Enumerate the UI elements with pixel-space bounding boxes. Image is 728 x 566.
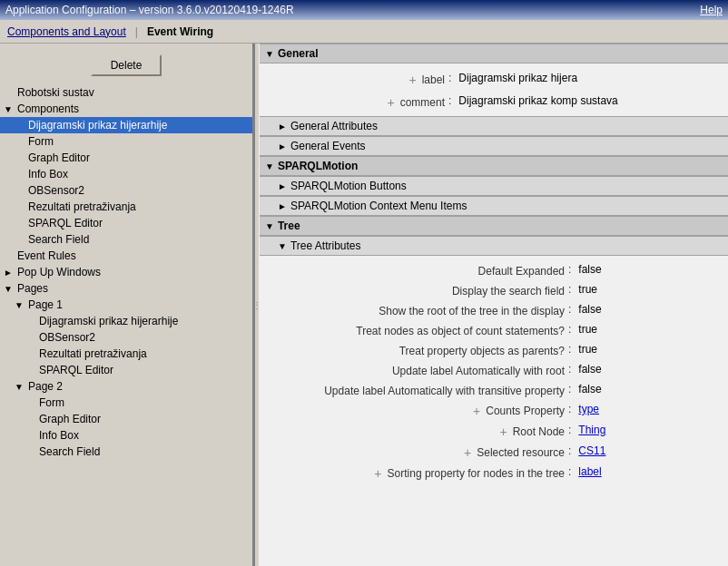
prop-value-8[interactable]: Thing [578, 422, 605, 436]
toggle-popup-windows: ► [4, 268, 15, 278]
tree-item-search-field[interactable]: Search Field [0, 231, 252, 248]
prop-plus-9: + [464, 444, 473, 460]
prop-value-9[interactable]: CS11 [578, 443, 605, 457]
tree-item-form[interactable]: Form [0, 133, 252, 150]
comment-key: comment [400, 96, 445, 109]
help-link[interactable]: Help [700, 4, 723, 16]
section-sparqlmotion[interactable]: ▼ SPARQLMotion [260, 156, 728, 176]
prop-colon-2: : [568, 301, 578, 316]
label-key: label [422, 73, 445, 86]
label-colon: : [448, 70, 458, 87]
tree-item-dijagramski[interactable]: Dijagramski prikaz hijerarhije [0, 117, 252, 133]
arrow-general-attrs: ► [278, 122, 287, 132]
toggle-page2: ▼ [15, 382, 25, 392]
section-sparqlmotion-buttons[interactable]: ► SPARQLMotion Buttons [260, 176, 728, 196]
label-obsensor2-2: OBSensor2 [39, 331, 95, 344]
section-general[interactable]: ▼ General [260, 44, 728, 63]
arrow-tree-attributes: ▼ [278, 241, 287, 251]
prop-colon-7: : [568, 401, 578, 415]
label-value: Dijagramski prikaz hijera [458, 70, 577, 87]
label-rezultati2: Rezultati pretraživanja [39, 347, 147, 360]
tree-item-page1[interactable]: ▼Page 1 [0, 297, 252, 313]
section-general-attributes[interactable]: ► General Attributes [260, 116, 728, 136]
arrow-sparqlmotion: ▼ [265, 161, 274, 171]
tree-item-sparql-editor2[interactable]: SPARQL Editor [0, 362, 252, 378]
prop-value-5: false [578, 361, 601, 376]
tree-item-rezultati2[interactable]: Rezultati pretraživanja [0, 346, 252, 362]
prop-colon-1: : [568, 281, 578, 296]
prop-row-7: +Counts Property:type [260, 399, 728, 420]
prop-colon-4: : [568, 341, 578, 356]
prop-colon-3: : [568, 321, 578, 336]
label-dijagramski: Dijagramski prikaz hijerarhije [28, 119, 167, 132]
tree-item-dijagramski2[interactable]: Dijagramski prikaz hijerarhije [0, 313, 252, 329]
section-general-label: General [278, 47, 319, 60]
app-title: Application Configuration – version 3.6.… [5, 4, 294, 16]
section-sparqlmotion-context[interactable]: ► SPARQLMotion Context Menu Items [260, 196, 728, 216]
tree-item-info-box[interactable]: Info Box [0, 166, 252, 182]
right-panel: ▼ General + label : Dijagramski prikaz h… [260, 44, 728, 566]
section-tree-attributes[interactable]: ▼ Tree Attributes [260, 236, 728, 256]
prop-key-4: Treat property objects as parents? [399, 343, 565, 357]
prop-row-10: +Sorting property for nodes in the tree:… [260, 462, 728, 483]
prop-colon-0: : [568, 261, 578, 276]
tree-item-obsensor2-2[interactable]: OBSensor2 [0, 329, 252, 346]
label-form2: Form [39, 396, 64, 409]
tree-item-obsensor2[interactable]: OBSensor2 [0, 182, 252, 199]
tree-item-form2[interactable]: Form [0, 395, 252, 411]
section-tree-label: Tree [278, 220, 300, 232]
section-sparqlmotion-label: SPARQLMotion [278, 160, 358, 172]
tree-item-info-box2[interactable]: Info Box [0, 427, 252, 444]
section-general-events[interactable]: ► General Events [260, 136, 728, 156]
label-info-box: Info Box [28, 168, 68, 181]
tree: Robotski sustav▼ComponentsDijagramski pr… [0, 83, 252, 461]
prop-value-7[interactable]: type [578, 401, 599, 415]
label-page1: Page 1 [28, 298, 63, 311]
tree-item-event-rules[interactable]: Event Rules [0, 248, 252, 264]
arrow-tree: ▼ [265, 221, 274, 231]
tree-item-search-field2[interactable]: Search Field [0, 444, 252, 460]
tree-item-sparql-editor[interactable]: SPARQL Editor [0, 215, 252, 231]
section-general-attributes-label: General Attributes [290, 120, 378, 132]
label-graph-editor: Graph Editor [28, 151, 90, 164]
comment-value: Dijagramski prikaz komp sustava [458, 93, 617, 110]
prop-key-10: Sorting property for nodes in the tree [388, 465, 565, 480]
arrow-general: ▼ [265, 49, 274, 59]
arrow-sparqlmotion-context: ► [278, 201, 287, 211]
label-search-field2: Search Field [39, 445, 100, 458]
prop-key-2: Show the root of the tree in the display [379, 303, 565, 317]
prop-colon-9: : [568, 443, 578, 457]
tree-item-pages[interactable]: ▼Pages [0, 280, 252, 297]
title-bar: Application Configuration – version 3.6.… [0, 0, 728, 20]
toggle-page1: ▼ [15, 300, 25, 310]
menu-bar: Components and Layout | Event Wiring [0, 20, 728, 44]
label-page2: Page 2 [28, 380, 63, 393]
comment-row: + comment : Dijagramski prikaz komp sust… [267, 90, 721, 112]
prop-row-1: Display the search field:true [260, 279, 728, 299]
prop-key-6: Update label Automatically with transiti… [324, 383, 565, 397]
tree-attributes-props: Default Expanded:falseDisplay the search… [260, 256, 728, 486]
tree-item-components[interactable]: ▼Components [0, 101, 252, 117]
general-props: + label : Dijagramski prikaz hijera + co… [260, 63, 728, 116]
prop-plus-8: + [499, 424, 508, 439]
tree-item-rezultati[interactable]: Rezultati pretraživanja [0, 199, 252, 215]
left-panel: Delete Robotski sustav▼ComponentsDijagra… [0, 44, 254, 566]
menu-separator: | [135, 25, 138, 38]
tree-item-popup-windows[interactable]: ►Pop Up Windows [0, 264, 252, 280]
comment-colon: : [448, 93, 458, 110]
delete-button[interactable]: Delete [91, 54, 162, 76]
tree-item-graph-editor2[interactable]: Graph Editor [0, 411, 252, 427]
section-sparqlmotion-context-label: SPARQLMotion Context Menu Items [290, 200, 467, 212]
section-tree[interactable]: ▼ Tree [260, 216, 728, 236]
prop-row-0: Default Expanded:false [260, 259, 728, 279]
prop-value-10[interactable]: label [578, 464, 601, 478]
arrow-general-events: ► [278, 142, 287, 151]
menu-event-wiring[interactable]: Event Wiring [147, 25, 213, 38]
menu-components-layout[interactable]: Components and Layout [7, 25, 126, 38]
label-robotski: Robotski sustav [17, 86, 94, 99]
label-event-rules: Event Rules [17, 249, 76, 262]
tree-item-graph-editor[interactable]: Graph Editor [0, 150, 252, 166]
arrow-sparqlmotion-buttons: ► [278, 181, 287, 191]
tree-item-robotski[interactable]: Robotski sustav [0, 84, 252, 101]
tree-item-page2[interactable]: ▼Page 2 [0, 378, 252, 395]
